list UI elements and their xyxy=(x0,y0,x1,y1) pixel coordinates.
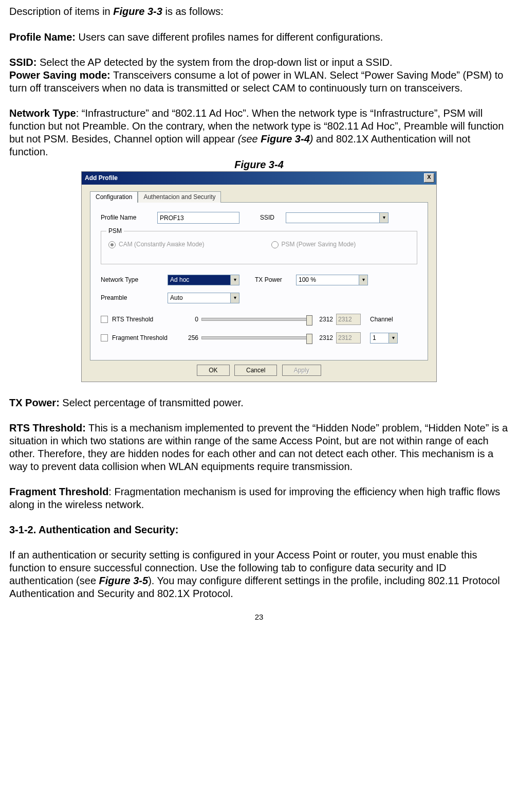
term-label: Profile Name: xyxy=(9,31,76,43)
intro-line: Description of items in Figure 3-3 is as… xyxy=(9,5,509,18)
term-label: RTS Threshold: xyxy=(9,422,86,434)
tx-power-value: 100 % xyxy=(297,275,359,285)
term-text: Select percentage of transmitted power. xyxy=(60,397,244,408)
tab-authentication[interactable]: Authentacion and Security xyxy=(138,191,221,203)
rts-label: RTS Threshold xyxy=(112,316,179,323)
preamble-combo[interactable]: Auto xyxy=(168,293,239,303)
ssid-value xyxy=(286,213,379,223)
chevron-down-icon[interactable] xyxy=(379,213,388,223)
tab-strip: ConfigurationAuthentacion and Security P… xyxy=(90,191,428,360)
def-rts: RTS Threshold: This is a mechanism imple… xyxy=(9,422,509,473)
def-psm: Power Saving mode: Transceivers consume … xyxy=(9,69,509,95)
term-text: Users can save different profiles names … xyxy=(76,31,383,43)
term-label: TX Power: xyxy=(9,397,60,408)
tx-power-label: TX Power xyxy=(255,276,296,284)
psm-radio[interactable]: PSM (Power Saving Mode) xyxy=(271,241,356,248)
dialog-titlebar[interactable]: Add Profile X xyxy=(82,172,436,185)
see-text: (see xyxy=(238,133,261,145)
section-number: 3-1-2. xyxy=(9,524,36,535)
channel-value: 1 xyxy=(371,333,388,343)
ssid-combo[interactable] xyxy=(286,212,388,223)
preamble-value: Auto xyxy=(168,293,230,303)
tab-configuration[interactable]: Configuration xyxy=(90,191,138,203)
tx-power-combo[interactable]: 100 % xyxy=(296,275,368,285)
channel-label: Channel xyxy=(370,316,393,323)
cancel-button[interactable]: Cancel xyxy=(234,365,277,376)
close-icon[interactable]: X xyxy=(424,173,434,183)
profile-name-input[interactable] xyxy=(157,212,239,224)
psm-groupbox: PSM CAM (Constantly Awake Mode) PSM (Pow… xyxy=(101,231,417,264)
text: Description of items in xyxy=(9,6,113,17)
tab-panel-configuration: Profile Name SSID PSM CAM (Constantly Aw… xyxy=(90,202,428,360)
term-label: SSID: xyxy=(9,57,36,68)
def-ssid: SSID: Select the AP detected by the syst… xyxy=(9,56,509,69)
def-fragment: Fragment Threshold: Fragmentation mechan… xyxy=(9,485,509,511)
chevron-down-icon[interactable] xyxy=(230,275,239,285)
section-title: Authentication and Security: xyxy=(39,524,178,535)
cam-radio-label: CAM (Constantly Awake Mode) xyxy=(119,241,205,248)
preamble-label: Preamble xyxy=(101,294,168,302)
ssid-label: SSID xyxy=(260,214,286,222)
def-profile-name: Profile Name: Users can save different p… xyxy=(9,31,509,44)
fragment-label: Fragment Threshold xyxy=(112,334,179,342)
fragment-slider[interactable] xyxy=(201,336,310,339)
term-label: Fragment Threshold xyxy=(9,486,108,497)
network-type-combo[interactable]: Ad hoc xyxy=(168,275,239,285)
frag-min: 256 xyxy=(179,334,198,342)
network-type-value: Ad hoc xyxy=(168,275,230,285)
dialog-button-row: OK Cancel Apply xyxy=(90,367,428,374)
dialog-title: Add Profile xyxy=(85,174,118,182)
term-label: Network Type xyxy=(9,107,76,119)
figure-reference: Figure 3-4 xyxy=(261,133,310,145)
network-type-label: Network Type xyxy=(101,276,168,284)
chevron-down-icon[interactable] xyxy=(230,293,239,303)
radio-icon xyxy=(108,241,116,248)
text: is as follows: xyxy=(162,6,224,17)
psm-radio-label: PSM (Power Saving Mode) xyxy=(282,241,356,248)
chevron-down-icon[interactable] xyxy=(388,333,397,343)
add-profile-dialog: Add Profile X ConfigurationAuthentacion … xyxy=(81,171,437,382)
figure-reference: Figure 3-5 xyxy=(99,575,149,586)
chevron-down-icon[interactable] xyxy=(359,275,367,285)
fragment-checkbox[interactable] xyxy=(101,334,108,341)
term-label: Power Saving mode: xyxy=(9,69,110,81)
figure-reference: Figure 3-3 xyxy=(113,6,162,17)
slider-thumb-icon[interactable] xyxy=(306,315,312,326)
slider-thumb-icon[interactable] xyxy=(306,334,312,344)
term-text: Select the AP detected by the system fro… xyxy=(36,57,392,68)
def-network-type: Network Type: “Infrastructure” and “802.… xyxy=(9,107,509,158)
rts-slider[interactable] xyxy=(201,318,310,321)
apply-button[interactable]: Apply xyxy=(282,365,321,376)
frag-max: 2312 xyxy=(313,334,333,342)
profile-name-label: Profile Name xyxy=(101,214,157,222)
figure-caption: Figure 3-4 xyxy=(9,158,509,171)
rts-checkbox[interactable] xyxy=(101,316,108,323)
section-heading: 3-1-2. Authentication and Security: xyxy=(9,524,509,536)
channel-combo[interactable]: 1 xyxy=(370,333,398,344)
def-tx-power: TX Power: Select percentage of transmitt… xyxy=(9,396,509,409)
cam-radio[interactable]: CAM (Constantly Awake Mode) xyxy=(108,241,205,248)
psm-group-legend: PSM xyxy=(106,227,124,235)
auth-paragraph: If an authentication or security setting… xyxy=(9,549,509,600)
rts-max: 2312 xyxy=(313,316,333,323)
rts-min: 0 xyxy=(179,316,198,323)
rts-value-input[interactable] xyxy=(336,314,361,325)
ok-button[interactable]: OK xyxy=(197,365,229,376)
page-number: 23 xyxy=(9,612,509,622)
radio-icon xyxy=(271,241,279,248)
fragment-value-input[interactable] xyxy=(336,332,361,344)
